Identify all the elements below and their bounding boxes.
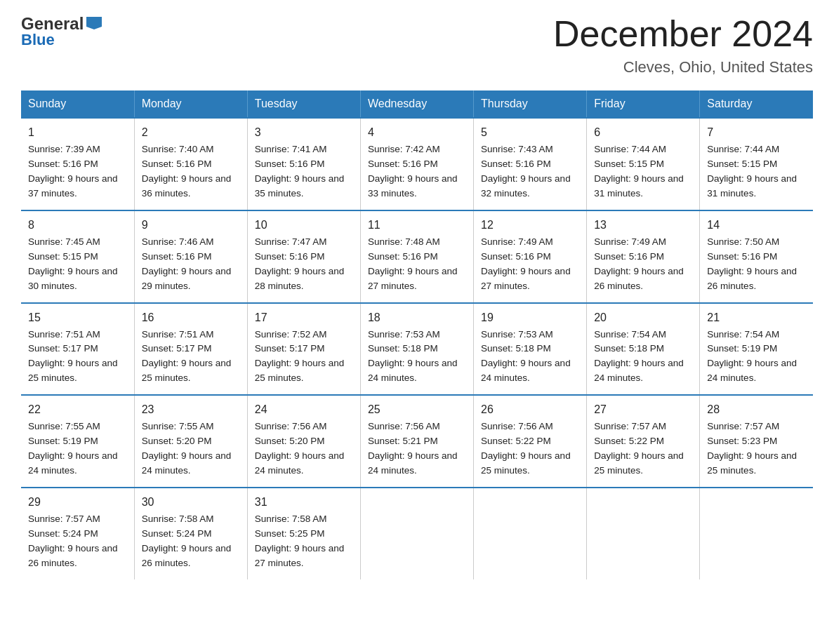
calendar-day-cell: 29Sunrise: 7:57 AMSunset: 5:24 PMDayligh… [21,488,134,579]
day-number: 25 [368,401,466,418]
calendar-day-cell: 18Sunrise: 7:53 AMSunset: 5:18 PMDayligh… [360,303,473,396]
calendar-day-cell [360,488,473,579]
calendar-day-cell: 26Sunrise: 7:56 AMSunset: 5:22 PMDayligh… [474,395,587,488]
day-number: 16 [142,309,240,326]
calendar-day-cell: 21Sunrise: 7:54 AMSunset: 5:19 PMDayligh… [700,303,813,396]
col-wednesday: Wednesday [360,90,473,118]
day-number: 13 [594,217,692,234]
day-info: Sunrise: 7:51 AMSunset: 5:17 PMDaylight:… [142,329,232,384]
day-number: 6 [594,124,692,141]
day-info: Sunrise: 7:54 AMSunset: 5:18 PMDaylight:… [594,329,684,384]
calendar-day-cell: 22Sunrise: 7:55 AMSunset: 5:19 PMDayligh… [21,395,134,488]
calendar-week-row: 8Sunrise: 7:45 AMSunset: 5:15 PMDaylight… [21,210,813,303]
day-info: Sunrise: 7:54 AMSunset: 5:19 PMDaylight:… [707,329,797,384]
day-info: Sunrise: 7:53 AMSunset: 5:18 PMDaylight:… [368,329,458,384]
calendar-day-cell: 7Sunrise: 7:44 AMSunset: 5:15 PMDaylight… [700,118,813,210]
calendar-day-cell: 4Sunrise: 7:42 AMSunset: 5:16 PMDaylight… [360,118,473,210]
day-number: 31 [255,494,353,511]
day-info: Sunrise: 7:55 AMSunset: 5:20 PMDaylight:… [142,421,232,476]
calendar-day-cell: 15Sunrise: 7:51 AMSunset: 5:17 PMDayligh… [21,303,134,396]
day-info: Sunrise: 7:44 AMSunset: 5:15 PMDaylight:… [594,144,684,199]
calendar-day-cell [587,488,700,579]
calendar-day-cell: 19Sunrise: 7:53 AMSunset: 5:18 PMDayligh… [474,303,587,396]
logo-text-blue: Blue [21,31,55,49]
calendar-day-cell: 24Sunrise: 7:56 AMSunset: 5:20 PMDayligh… [247,395,360,488]
col-sunday: Sunday [21,90,134,118]
day-number: 24 [255,401,353,418]
day-info: Sunrise: 7:42 AMSunset: 5:16 PMDaylight:… [368,144,458,199]
day-info: Sunrise: 7:56 AMSunset: 5:22 PMDaylight:… [481,421,571,476]
day-number: 11 [368,217,466,234]
calendar-day-cell: 9Sunrise: 7:46 AMSunset: 5:16 PMDaylight… [134,210,247,303]
calendar-day-cell: 23Sunrise: 7:55 AMSunset: 5:20 PMDayligh… [134,395,247,488]
location-subtitle: Cleves, Ohio, United States [553,58,813,76]
day-number: 21 [707,309,806,326]
svg-marker-0 [86,17,102,29]
day-info: Sunrise: 7:57 AMSunset: 5:23 PMDaylight:… [707,421,797,476]
day-info: Sunrise: 7:51 AMSunset: 5:17 PMDaylight:… [28,329,118,384]
day-number: 4 [368,124,466,141]
day-info: Sunrise: 7:48 AMSunset: 5:16 PMDaylight:… [368,236,458,291]
col-thursday: Thursday [474,90,587,118]
col-tuesday: Tuesday [247,90,360,118]
day-number: 1 [28,124,127,141]
logo-arrow-icon [86,17,102,32]
day-info: Sunrise: 7:52 AMSunset: 5:17 PMDaylight:… [255,329,345,384]
day-info: Sunrise: 7:58 AMSunset: 5:25 PMDaylight:… [255,514,345,568]
day-number: 28 [707,401,806,418]
calendar-day-cell: 17Sunrise: 7:52 AMSunset: 5:17 PMDayligh… [247,303,360,396]
page-title: December 2024 [553,14,813,54]
calendar-day-cell: 12Sunrise: 7:49 AMSunset: 5:16 PMDayligh… [474,210,587,303]
day-number: 20 [594,309,692,326]
day-info: Sunrise: 7:49 AMSunset: 5:16 PMDaylight:… [481,236,571,291]
day-number: 12 [481,217,579,234]
calendar-week-row: 15Sunrise: 7:51 AMSunset: 5:17 PMDayligh… [21,303,813,396]
day-number: 29 [28,494,127,511]
calendar-day-cell: 25Sunrise: 7:56 AMSunset: 5:21 PMDayligh… [360,395,473,488]
calendar-day-cell: 1Sunrise: 7:39 AMSunset: 5:16 PMDaylight… [21,118,134,210]
page-header: General Blue December 2024 Cleves, Ohio,… [21,14,813,76]
day-info: Sunrise: 7:40 AMSunset: 5:16 PMDaylight:… [142,144,232,199]
calendar-day-cell: 11Sunrise: 7:48 AMSunset: 5:16 PMDayligh… [360,210,473,303]
calendar-day-cell: 30Sunrise: 7:58 AMSunset: 5:24 PMDayligh… [134,488,247,579]
day-number: 23 [142,401,240,418]
day-number: 7 [707,124,806,141]
calendar-day-cell: 28Sunrise: 7:57 AMSunset: 5:23 PMDayligh… [700,395,813,488]
day-info: Sunrise: 7:56 AMSunset: 5:21 PMDaylight:… [368,421,458,476]
day-number: 9 [142,217,240,234]
day-number: 14 [707,217,806,234]
calendar-week-row: 29Sunrise: 7:57 AMSunset: 5:24 PMDayligh… [21,488,813,579]
calendar-day-cell: 16Sunrise: 7:51 AMSunset: 5:17 PMDayligh… [134,303,247,396]
day-info: Sunrise: 7:57 AMSunset: 5:22 PMDaylight:… [594,421,684,476]
day-number: 19 [481,309,579,326]
day-number: 5 [481,124,579,141]
day-info: Sunrise: 7:46 AMSunset: 5:16 PMDaylight:… [142,236,232,291]
day-info: Sunrise: 7:53 AMSunset: 5:18 PMDaylight:… [481,329,571,384]
day-number: 10 [255,217,353,234]
day-info: Sunrise: 7:39 AMSunset: 5:16 PMDaylight:… [28,144,118,199]
calendar-day-cell [700,488,813,579]
calendar-table: Sunday Monday Tuesday Wednesday Thursday… [21,90,813,579]
day-number: 8 [28,217,127,234]
calendar-week-row: 22Sunrise: 7:55 AMSunset: 5:19 PMDayligh… [21,395,813,488]
calendar-day-cell: 13Sunrise: 7:49 AMSunset: 5:16 PMDayligh… [587,210,700,303]
day-number: 15 [28,309,127,326]
day-info: Sunrise: 7:56 AMSunset: 5:20 PMDaylight:… [255,421,345,476]
calendar-day-cell: 10Sunrise: 7:47 AMSunset: 5:16 PMDayligh… [247,210,360,303]
day-number: 27 [594,401,692,418]
logo: General Blue [21,14,102,49]
calendar-day-cell: 31Sunrise: 7:58 AMSunset: 5:25 PMDayligh… [247,488,360,579]
calendar-day-cell: 8Sunrise: 7:45 AMSunset: 5:15 PMDaylight… [21,210,134,303]
calendar-day-cell [474,488,587,579]
day-info: Sunrise: 7:50 AMSunset: 5:16 PMDaylight:… [707,236,797,291]
day-info: Sunrise: 7:43 AMSunset: 5:16 PMDaylight:… [481,144,571,199]
day-info: Sunrise: 7:41 AMSunset: 5:16 PMDaylight:… [255,144,345,199]
day-number: 22 [28,401,127,418]
day-number: 2 [142,124,240,141]
calendar-day-cell: 20Sunrise: 7:54 AMSunset: 5:18 PMDayligh… [587,303,700,396]
title-block: December 2024 Cleves, Ohio, United State… [553,14,813,76]
day-info: Sunrise: 7:44 AMSunset: 5:15 PMDaylight:… [707,144,797,199]
col-saturday: Saturday [700,90,813,118]
day-info: Sunrise: 7:49 AMSunset: 5:16 PMDaylight:… [594,236,684,291]
day-number: 18 [368,309,466,326]
